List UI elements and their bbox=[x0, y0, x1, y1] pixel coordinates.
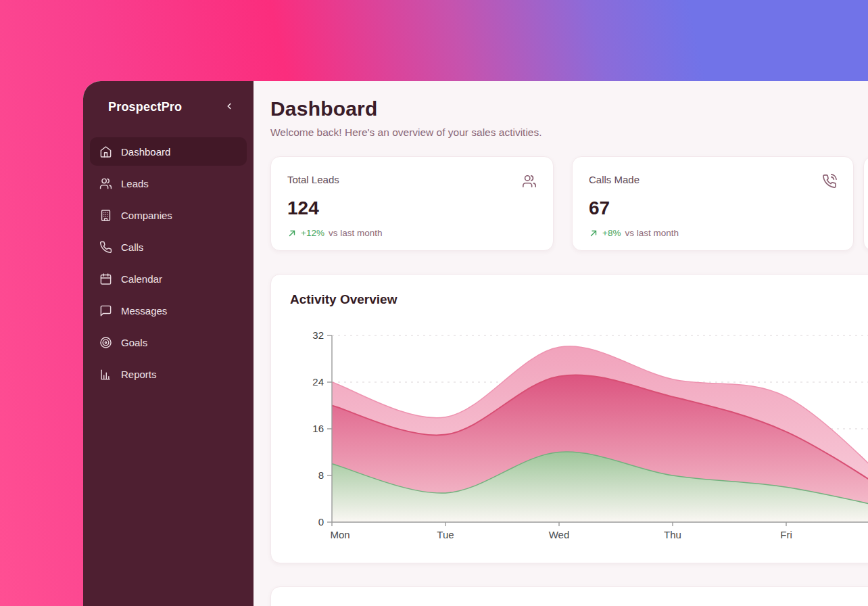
trend-up-icon bbox=[589, 229, 598, 238]
stat-label: Total Leads bbox=[287, 174, 339, 185]
trend-percent: +12% bbox=[301, 228, 324, 238]
sidebar-item-label: Reports bbox=[121, 369, 157, 380]
trend-suffix: vs last month bbox=[625, 228, 679, 238]
phone-call-icon bbox=[822, 174, 837, 191]
stat-label: Calls Made bbox=[589, 174, 640, 185]
sidebar-nav: Dashboard Leads Companies Calls bbox=[83, 137, 254, 388]
stat-trend: +8% vs last month bbox=[589, 228, 837, 238]
sidebar-item-calendar[interactable]: Calendar bbox=[90, 264, 247, 293]
trend-up-icon bbox=[287, 229, 297, 238]
stat-card-calls-made: Calls Made 67 +8% vs last month bbox=[572, 156, 854, 251]
app-window: ProspectPro Dashboard Leads bbox=[83, 81, 868, 606]
svg-text:32: 32 bbox=[312, 329, 324, 341]
stat-card-total-leads: Total Leads 124 +12% vs last month bbox=[270, 156, 554, 251]
bar-chart-icon bbox=[99, 368, 112, 381]
svg-text:Thu: Thu bbox=[664, 529, 681, 540]
sidebar-item-label: Companies bbox=[121, 210, 172, 221]
svg-text:24: 24 bbox=[312, 376, 324, 388]
stats-row: Total Leads 124 +12% vs last month Calls bbox=[270, 156, 868, 251]
calendar-icon bbox=[99, 273, 112, 285]
activity-overview-card: Activity Overview 08162432MonTueWedThuFr… bbox=[270, 274, 868, 563]
sidebar-item-messages[interactable]: Messages bbox=[90, 296, 247, 325]
trend-suffix: vs last month bbox=[329, 228, 383, 238]
target-icon bbox=[99, 336, 112, 349]
sidebar-item-companies[interactable]: Companies bbox=[90, 201, 247, 229]
sidebar-collapse-button[interactable] bbox=[221, 99, 237, 115]
sidebar-item-label: Dashboard bbox=[121, 146, 170, 158]
stat-trend: +12% vs last month bbox=[287, 228, 537, 238]
stat-card-offscreen bbox=[863, 156, 868, 251]
svg-text:Wed: Wed bbox=[549, 529, 570, 540]
svg-text:Tue: Tue bbox=[437, 529, 454, 540]
next-card-partial bbox=[270, 586, 868, 606]
users-icon bbox=[99, 177, 112, 190]
activity-overview-chart: 08162432MonTueWedThuFri bbox=[290, 323, 868, 548]
sidebar-item-label: Calendar bbox=[121, 273, 162, 285]
sidebar-item-goals[interactable]: Goals bbox=[90, 328, 247, 356]
page-subtitle: Welcome back! Here's an overview of your… bbox=[270, 126, 868, 139]
sidebar: ProspectPro Dashboard Leads bbox=[83, 81, 254, 606]
sidebar-item-dashboard[interactable]: Dashboard bbox=[90, 137, 247, 166]
sidebar-item-leads[interactable]: Leads bbox=[90, 169, 247, 197]
svg-text:Fri: Fri bbox=[780, 529, 792, 540]
building-icon bbox=[99, 209, 112, 222]
message-icon bbox=[99, 304, 112, 317]
sidebar-item-label: Messages bbox=[121, 305, 167, 317]
sidebar-item-label: Leads bbox=[121, 178, 149, 189]
page-title: Dashboard bbox=[270, 97, 868, 120]
sidebar-item-calls[interactable]: Calls bbox=[90, 233, 247, 261]
stat-value: 67 bbox=[589, 197, 837, 219]
stat-value: 124 bbox=[287, 197, 537, 219]
svg-text:Mon: Mon bbox=[330, 529, 349, 540]
phone-icon bbox=[99, 241, 112, 254]
chevron-left-icon bbox=[224, 101, 234, 113]
app-logo: ProspectPro bbox=[108, 100, 182, 114]
svg-text:8: 8 bbox=[318, 469, 324, 481]
svg-text:0: 0 bbox=[318, 516, 324, 528]
sidebar-item-label: Calls bbox=[121, 241, 143, 253]
home-icon bbox=[99, 145, 112, 158]
svg-text:16: 16 bbox=[312, 423, 324, 434]
trend-percent: +8% bbox=[602, 228, 621, 238]
users-icon bbox=[522, 174, 537, 191]
sidebar-item-label: Goals bbox=[121, 337, 147, 348]
chart-title: Activity Overview bbox=[290, 292, 868, 307]
sidebar-header: ProspectPro bbox=[83, 99, 254, 115]
sidebar-item-reports[interactable]: Reports bbox=[90, 360, 247, 388]
main-content: Dashboard Welcome back! Here's an overvi… bbox=[254, 81, 868, 606]
